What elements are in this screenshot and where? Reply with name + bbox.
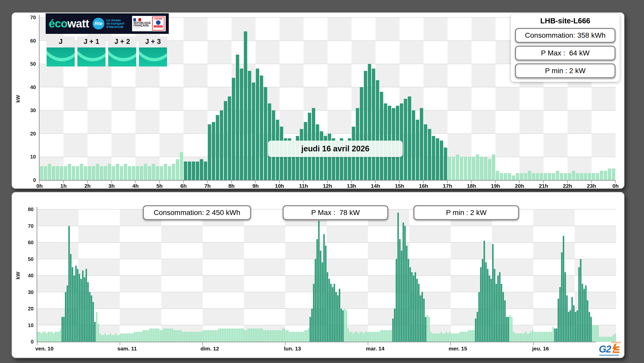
bar: [294, 332, 295, 342]
bar: [464, 157, 467, 180]
bar: [170, 328, 172, 342]
bar: [427, 315, 428, 342]
bar: [554, 328, 556, 342]
bar: [480, 157, 483, 180]
ademe-smalltext: [154, 25, 163, 28]
bar: [44, 166, 47, 180]
bar: [520, 173, 523, 180]
bar: [456, 333, 458, 342]
bar: [494, 269, 496, 342]
x-axis-tick-label: 11h: [299, 183, 308, 189]
bar: [552, 173, 555, 180]
bar: [572, 171, 575, 180]
bar: [258, 328, 259, 342]
bar: [153, 328, 154, 342]
bar: [487, 269, 489, 342]
bar: [285, 330, 287, 342]
y-axis-tick-label: 30: [28, 289, 34, 295]
bar: [228, 96, 231, 180]
day-button-j-label: J: [46, 37, 75, 46]
bar: [189, 332, 191, 342]
weekly-consumption-stat: Consommation: 2 450 kWh: [143, 205, 251, 220]
bar: [270, 330, 271, 342]
bar: [208, 330, 210, 342]
bar: [70, 254, 72, 342]
bar: [43, 332, 44, 342]
bar: [275, 330, 277, 342]
bar: [329, 279, 330, 342]
dashboard: 0102030405060700h1h2h3h4h5h6h7h8h9h10h11…: [0, 0, 644, 363]
bar: [120, 333, 122, 342]
bar: [260, 328, 261, 342]
republique-francaise-ademe-logo: RÉPUBLIQUE FRANÇAISE ADEME: [132, 16, 166, 31]
bar: [380, 330, 382, 342]
rte-tagline-line: de transport: [106, 22, 124, 25]
bar: [265, 330, 266, 342]
bar: [339, 289, 340, 342]
bar: [384, 330, 385, 342]
bar: [502, 292, 504, 342]
bar: [160, 330, 161, 342]
bar: [75, 266, 77, 342]
bar: [575, 312, 576, 342]
bar: [261, 328, 263, 342]
bar: [434, 333, 435, 342]
bar: [92, 302, 94, 342]
bar: [94, 322, 96, 342]
ecowatt-forecast-thumbnail: [77, 47, 106, 67]
bar: [372, 332, 373, 342]
bar: [298, 332, 299, 342]
bar: [76, 166, 79, 180]
rte-tagline: Le réseau de transport d'électricité: [106, 19, 124, 29]
bar: [146, 330, 147, 342]
bar: [313, 284, 314, 342]
bar: [101, 335, 103, 342]
bar: [216, 330, 218, 342]
x-axis-tick-label: 9h: [252, 183, 259, 189]
bar: [587, 300, 588, 342]
x-axis-tick-label: 0h: [612, 183, 619, 189]
x-axis-tick-label: 14h: [371, 183, 380, 189]
motto-lines: [133, 27, 140, 29]
bar: [449, 332, 451, 342]
bar: [559, 287, 561, 342]
bar: [163, 328, 165, 342]
bar: [580, 259, 581, 342]
x-axis-tick-label: 17h: [443, 183, 452, 189]
bar: [549, 332, 551, 342]
bar: [480, 267, 482, 342]
bar: [556, 328, 557, 342]
bar: [360, 87, 363, 180]
day-button-j[interactable]: J: [46, 37, 75, 67]
bar: [89, 292, 91, 342]
bar: [141, 332, 142, 342]
bar: [41, 333, 42, 342]
bar: [590, 317, 592, 342]
y-axis-tick-label: 50: [28, 256, 34, 262]
bar: [571, 297, 573, 342]
bar: [500, 173, 503, 180]
bar: [460, 157, 463, 180]
bar: [514, 333, 516, 342]
francaise-line: FRANÇAISE: [133, 24, 149, 27]
day-button-j2[interactable]: J + 2: [108, 37, 136, 67]
bar: [533, 332, 535, 342]
bar: [516, 173, 519, 180]
bar: [527, 333, 528, 342]
bar: [478, 292, 480, 342]
bar: [287, 330, 289, 342]
bar: [299, 332, 301, 342]
bar: [144, 164, 147, 180]
day-button-j3[interactable]: J + 3: [139, 37, 167, 67]
bar: [256, 328, 258, 342]
bar: [423, 299, 425, 342]
bar: [436, 138, 439, 180]
bar: [540, 332, 542, 342]
bar: [539, 332, 540, 342]
g2e-tagline: [599, 355, 619, 356]
daily-chart-panel: 0102030405060700h1h2h3h4h5h6h7h8h9h10h11…: [12, 12, 625, 189]
bar: [168, 328, 170, 342]
bar: [376, 80, 379, 180]
bar: [232, 328, 234, 342]
day-button-j1[interactable]: J + 1: [77, 37, 106, 67]
